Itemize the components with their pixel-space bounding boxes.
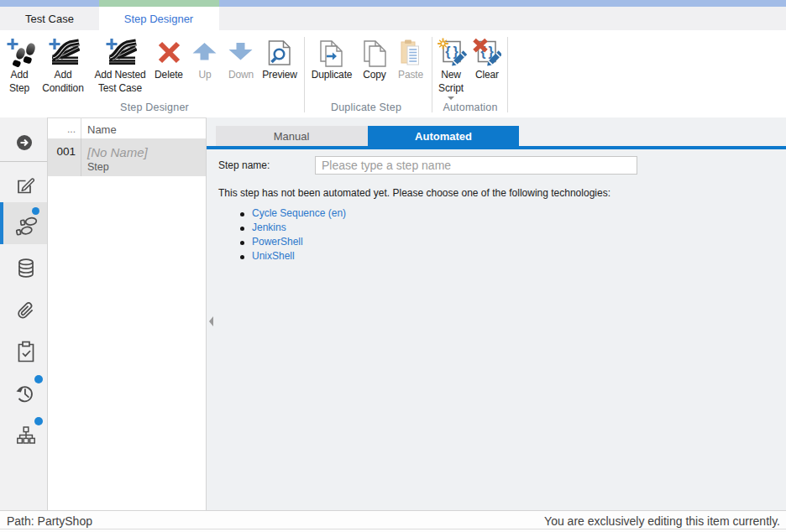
svg-text:{ }: { } bbox=[445, 44, 458, 59]
